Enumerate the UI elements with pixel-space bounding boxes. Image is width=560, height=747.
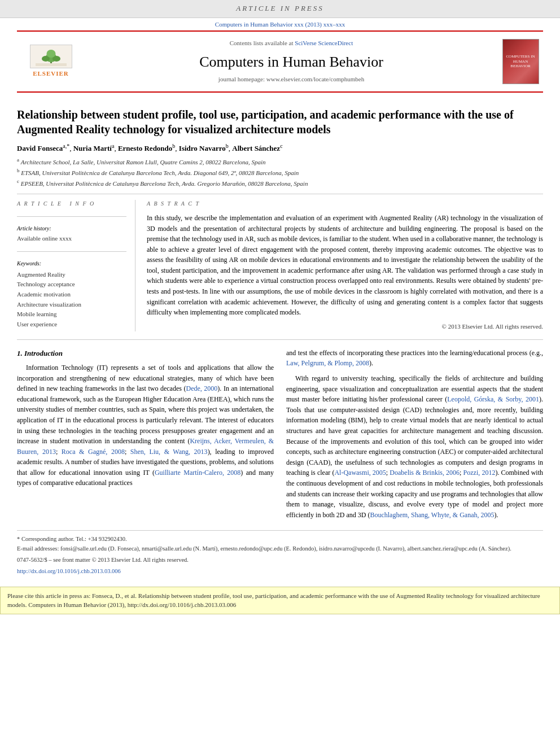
author-1-sup: a,*	[63, 143, 69, 149]
svg-rect-5	[36, 63, 67, 66]
footnote-email: E-mail addresses: fonsi@salle.url.edu (D…	[17, 544, 543, 553]
elsevier-tree-svg	[36, 46, 67, 66]
copyright-line: 0747-5632/$ – see front matter © 2013 El…	[17, 556, 543, 565]
article-info-col: A R T I C L E I N F O Article history: A…	[17, 200, 135, 331]
ref-dede-2000[interactable]: Dede, 2000	[186, 385, 217, 392]
ref-leopold-2001[interactable]: Leopold, Górska, & Sorby, 2001	[447, 395, 539, 403]
authors-line: David Fonsecaa,*, Nuria Martía, Ernesto …	[17, 142, 543, 154]
journal-homepage: journal homepage: www.elsevier.com/locat…	[218, 75, 364, 84]
journal-reference-line: Computers in Human Behavior xxx (2013) x…	[0, 18, 560, 30]
article-history-label: Article history:	[17, 225, 126, 233]
body-divider	[17, 339, 543, 340]
body-col-left: 1. Introduction Information Technology (…	[17, 348, 274, 525]
divider-2	[17, 251, 126, 252]
abstract-copyright: © 2013 Elsevier Ltd. All rights reserved…	[147, 322, 543, 331]
body-para-2: and test the effects of incorporating th…	[286, 348, 543, 369]
article-info-label: A R T I C L E I N F O	[17, 200, 126, 208]
ref-roca-2008[interactable]: Roca & Gagné, 2008	[62, 448, 125, 456]
svg-point-4	[46, 50, 55, 58]
author-4-sup: b	[226, 143, 229, 149]
ref-bouchlaghem-2005[interactable]: Bouchlaghem, Shang, Whyte, & Ganah, 2005	[370, 511, 494, 519]
divider-1	[17, 216, 126, 217]
sciverse-label: Contents lists available at	[230, 40, 294, 46]
ref-shen-2013[interactable]: Shen, Liu, & Wang, 2013	[130, 448, 208, 456]
author-4-name: Isidro Navarro	[179, 144, 226, 152]
keywords-label: Keywords:	[17, 260, 126, 268]
journal-title: Computers in Human Behavior	[199, 51, 383, 73]
article-in-press-banner: ARTICLE IN PRESS	[0, 0, 560, 18]
paper-body: Relationship between student profile, to…	[17, 93, 543, 581]
sciverse-line: Contents lists available at SciVerse Sci…	[230, 39, 353, 48]
author-2-name: Nuria Martí	[73, 144, 112, 152]
keyword-4: Architecture visualization	[17, 300, 126, 310]
elsevier-wordmark: ELSEVIER	[33, 69, 69, 78]
doi-line[interactable]: http://dx.doi.org/10.1016/j.chb.2013.03.…	[17, 567, 543, 575]
footnotes-section: * Corresponding author. Tel.: +34 932902…	[17, 530, 543, 553]
ref-doabelis-2006[interactable]: Doabelis & Brinkis, 2006	[390, 469, 460, 477]
citation-bar: Please cite this article in press as: Fo…	[0, 587, 560, 614]
affil-1: a Architecture School, La Salle, Univers…	[17, 156, 543, 167]
journal-header: ELSEVIER Contents lists available at Sci…	[17, 30, 543, 93]
abstract-col: A B S T R A C T In this study, we descri…	[147, 200, 543, 331]
affil-3: c EPSEEB, Universitat Politècnica de Cat…	[17, 178, 543, 188]
keyword-5: Mobile learning	[17, 309, 126, 320]
keyword-6: User experience	[17, 320, 126, 330]
body-text-section: 1. Introduction Information Technology (…	[17, 348, 543, 525]
journal-thumbnail: COMPUTERS IN HUMAN BEHAVIOR	[498, 36, 543, 87]
journal-cover-thumb: COMPUTERS IN HUMAN BEHAVIOR	[502, 39, 539, 84]
author-3-sup: b	[172, 143, 175, 149]
ref-pozzi-2012[interactable]: Pozzi, 2012	[463, 469, 496, 477]
journal-header-center: Contents lists available at SciVerse Sci…	[85, 36, 498, 87]
footnote-corresponding: * Corresponding author. Tel.: +34 932902…	[17, 535, 543, 544]
article-info-abstract-section: A R T I C L E I N F O Article history: A…	[17, 194, 543, 331]
affil-2: b ETSAB, Universitat Politècnica de Cata…	[17, 167, 543, 177]
paper-title: Relationship between student profile, to…	[17, 107, 543, 137]
keyword-1: Augmented Reality	[17, 270, 126, 280]
body-para-1: Information Technology (IT) represents a…	[17, 362, 274, 488]
body-col-right: and test the effects of incorporating th…	[286, 348, 543, 525]
affiliations: a Architecture School, La Salle, Univers…	[17, 156, 543, 188]
author-2-sup: a	[112, 143, 114, 149]
abstract-text: In this study, we describe the implement…	[147, 213, 543, 318]
abstract-label: A B S T R A C T	[147, 200, 543, 208]
body-para-3: With regard to university teaching, spec…	[286, 373, 543, 520]
author-3-name: Ernesto Redondo	[118, 144, 172, 152]
ref-law-2008[interactable]: Law, Pelgrum, & Plomp, 2008	[286, 359, 369, 367]
ref-alqawasmi-2005[interactable]: Al-Qawasmi, 2005	[334, 469, 386, 477]
section1-heading: 1. Introduction	[17, 348, 274, 359]
elsevier-logo-left: ELSEVIER	[17, 36, 85, 87]
ref-guilliarte-2008[interactable]: Guilliarte Martín-Calero, 2008	[155, 469, 240, 477]
thumb-text: COMPUTERS IN HUMAN BEHAVIOR	[505, 54, 537, 68]
sciverse-link[interactable]: SciVerse ScienceDirect	[295, 40, 353, 46]
author-5-name: Albert Sánchez	[232, 144, 280, 152]
keyword-3: Academic motivation	[17, 290, 126, 300]
elsevier-tree-box	[30, 45, 72, 68]
author-5-sup: c	[280, 143, 282, 149]
keyword-2: Technology acceptance	[17, 279, 126, 290]
article-available-online: Available online xxxx	[17, 234, 126, 243]
keywords-list: Augmented Reality Technology acceptance …	[17, 270, 126, 330]
author-1-name: David Fonseca	[17, 144, 63, 152]
